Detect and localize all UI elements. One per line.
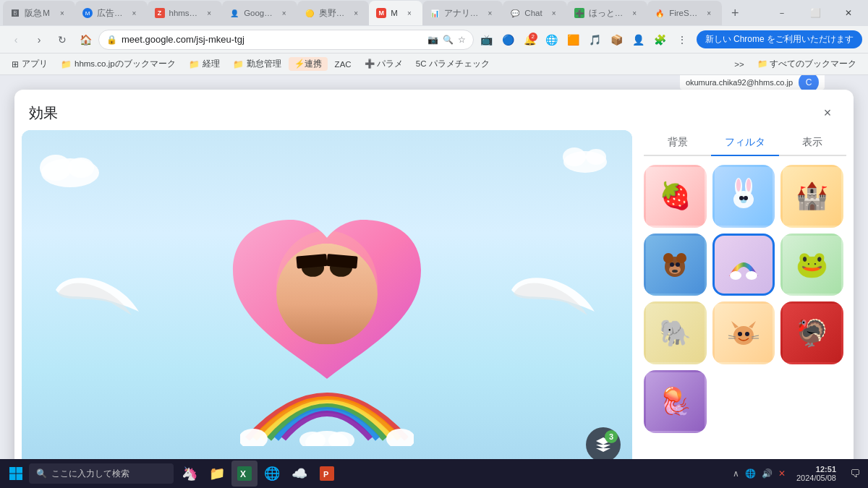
- tab-close-ad[interactable]: ×: [129, 7, 140, 19]
- tab-close-google[interactable]: ×: [278, 7, 290, 19]
- allbookmarks-label: 📁 すべてのブックマーク: [757, 59, 856, 69]
- profile-icon[interactable]: 👤: [629, 30, 649, 50]
- effect-jellyfish[interactable]: 🪼: [644, 370, 707, 433]
- bookmark-kintai[interactable]: 📁 勤怠管理: [227, 57, 287, 71]
- taskbar-excel[interactable]: X: [231, 461, 258, 487]
- forward-button[interactable]: ›: [29, 30, 49, 50]
- effect-frog-inner: 🐸: [783, 236, 841, 294]
- search-placeholder-taskbar: ここに入力して検索: [51, 468, 129, 480]
- bookmark-parame[interactable]: ➕ パラメ: [359, 57, 409, 71]
- chrome-update-button[interactable]: 新しい Chrome をご利用いただけます: [697, 30, 862, 48]
- taskbar-search[interactable]: 🔍 ここに入力して検索: [29, 463, 174, 484]
- extensions-icon[interactable]: 🧩: [650, 30, 671, 50]
- minimize-button[interactable]: －: [765, 0, 799, 26]
- bookmark-apps[interactable]: ⊞ アプリ: [6, 57, 54, 71]
- system-clock[interactable]: 12:51 2024/05/08: [791, 465, 842, 482]
- bookmark-more[interactable]: >>: [728, 59, 749, 70]
- back-button[interactable]: ‹: [6, 30, 26, 50]
- tab-close-hanshin[interactable]: ×: [56, 7, 68, 19]
- refresh-button[interactable]: ↻: [52, 30, 72, 50]
- tab-chat[interactable]: 💬 Chat ×: [503, 1, 566, 25]
- vpn-icon[interactable]: 🔵: [498, 30, 519, 50]
- bookmark-keiri[interactable]: 📁 経理: [183, 57, 226, 71]
- close-button[interactable]: ✕: [832, 0, 865, 26]
- tab-ad[interactable]: M 広告… ×: [75, 1, 148, 25]
- camera-icon[interactable]: 📷: [427, 35, 438, 45]
- layers-button[interactable]: 3: [586, 427, 621, 462]
- taskbar-explorer[interactable]: 📁: [204, 461, 230, 487]
- effect-rainbow-selected[interactable]: [712, 234, 775, 296]
- tray-arrow-icon[interactable]: ∧: [731, 467, 741, 480]
- notification-center-button[interactable]: 🗨: [845, 461, 865, 487]
- cast-icon[interactable]: 📺: [477, 30, 497, 50]
- tray-network-icon[interactable]: 🌐: [743, 467, 758, 480]
- tray-volume-icon[interactable]: 🔊: [760, 467, 775, 480]
- effect-turkey[interactable]: 🦃: [780, 301, 843, 364]
- bookmark-zac[interactable]: ZAC: [329, 59, 357, 70]
- tab-filter[interactable]: フィルタ: [711, 130, 778, 156]
- taskbar-cloud[interactable]: ☁️: [286, 461, 312, 487]
- effect-rainbow-inner: [715, 236, 773, 294]
- effect-jellyfish-inner: 🪼: [646, 372, 705, 431]
- svg-point-22: [676, 253, 686, 263]
- effect-strawberry-inner: 🍓: [646, 167, 705, 226]
- taskbar-chrome[interactable]: 🌐: [259, 461, 285, 487]
- right-wing: [508, 261, 602, 326]
- effects-close-button[interactable]: ×: [816, 101, 839, 124]
- tab-close-hotto[interactable]: ×: [629, 7, 640, 19]
- tab-favicon-hotto: ➕: [574, 8, 584, 18]
- ext1-icon[interactable]: 🟧: [563, 30, 584, 50]
- taskbar-right: ∧ 🌐 🔊 ✕ 12:51 2024/05/08 🗨: [731, 461, 865, 487]
- layers-count: 3: [605, 430, 618, 443]
- svg-point-31: [745, 332, 749, 336]
- folder-keiri-icon: 📁: [189, 59, 200, 69]
- effect-elephant[interactable]: 🐘: [644, 301, 707, 364]
- search-icon[interactable]: 🔍: [443, 35, 454, 45]
- tab-background[interactable]: 背景: [644, 130, 711, 156]
- ext3-icon[interactable]: 📦: [607, 30, 627, 50]
- start-button[interactable]: [3, 461, 29, 487]
- tab-okuno[interactable]: 🟡 奥野… ×: [297, 1, 370, 25]
- effect-strawberry[interactable]: 🍓: [644, 165, 707, 228]
- effects-dialog: 効果 ×: [14, 90, 854, 481]
- notification-icon[interactable]: 🔔 2: [520, 30, 540, 50]
- bookmark-paramechk[interactable]: 5C パラメチェック: [410, 57, 495, 71]
- effect-castle[interactable]: 🏰: [780, 165, 843, 228]
- effect-bear-inner: [646, 236, 705, 294]
- tab-close-meet[interactable]: ×: [404, 7, 415, 19]
- tab-close-fires[interactable]: ×: [703, 7, 715, 19]
- star-icon[interactable]: ☆: [458, 35, 466, 45]
- browser-window: 🅱 阪急Ｍ × M 広告… × Z hhms… × 👤 Goog… × 🟡 奥野…: [0, 0, 868, 488]
- tray-x-icon[interactable]: ✕: [776, 467, 788, 480]
- tab-meet[interactable]: M M ×: [369, 1, 422, 25]
- bookmark-hhms[interactable]: 📁 hhms.co.jpのブックマーク: [55, 57, 182, 71]
- effect-frog[interactable]: 🐸: [780, 234, 843, 296]
- tab-close-chat[interactable]: ×: [548, 7, 560, 19]
- translate-icon[interactable]: 🌐: [542, 30, 562, 50]
- tab-hhms[interactable]: Z hhms… ×: [148, 1, 223, 25]
- bookmark-renkei[interactable]: ⚡連携: [289, 57, 328, 71]
- ext2-icon[interactable]: 🎵: [585, 30, 605, 50]
- tab-hanshin[interactable]: 🅱 阪急Ｍ ×: [3, 1, 75, 25]
- effect-bear[interactable]: [644, 234, 707, 296]
- tab-fires[interactable]: 🔥 FireS… ×: [647, 1, 722, 25]
- bookmark-allbookmarks[interactable]: 📁 すべてのブックマーク: [752, 57, 862, 71]
- tab-hotto[interactable]: ➕ ほっと… ×: [567, 1, 648, 25]
- svg-rect-39: [17, 474, 23, 481]
- taskbar-powerpoint[interactable]: P: [314, 461, 340, 487]
- menu-icon[interactable]: ⋮: [672, 30, 692, 50]
- cat-icon: [726, 315, 762, 351]
- maximize-button[interactable]: ⬜: [799, 0, 832, 26]
- tab-close-analytics[interactable]: ×: [484, 7, 495, 19]
- tab-close-hhms[interactable]: ×: [203, 7, 215, 19]
- taskbar-unicorn[interactable]: 🦄: [176, 461, 203, 487]
- url-bar[interactable]: 🔒 meet.google.com/jsj-mkeu-tgj 📷 🔍 ☆: [98, 30, 474, 50]
- effect-cat[interactable]: [712, 301, 775, 364]
- tab-google[interactable]: 👤 Goog… ×: [222, 1, 297, 25]
- tab-analytics[interactable]: 📊 アナリ… ×: [422, 1, 503, 25]
- home-button[interactable]: 🏠: [75, 30, 95, 50]
- tab-close-okuno[interactable]: ×: [350, 7, 362, 19]
- effect-bunny[interactable]: [712, 165, 775, 228]
- new-tab-button[interactable]: +: [725, 3, 745, 23]
- tab-display[interactable]: 表示: [779, 130, 846, 156]
